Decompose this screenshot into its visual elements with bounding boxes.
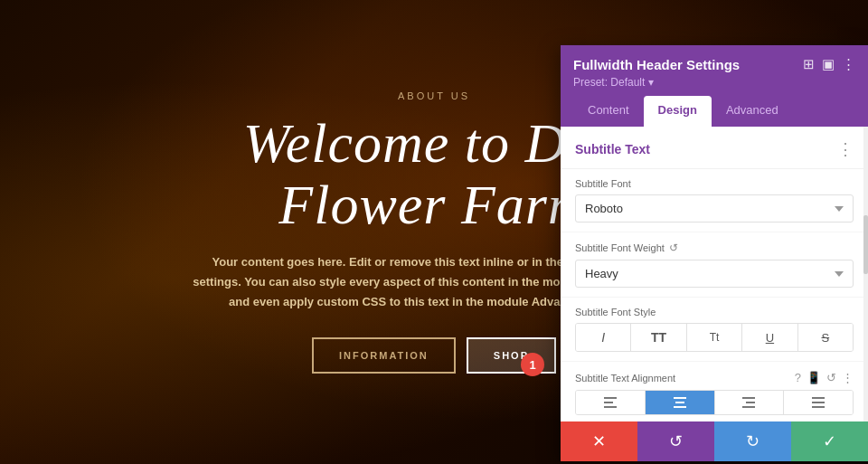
panel-actions: ✕ ↺ ↻ ✓: [561, 421, 868, 461]
panel-header: Fullwidth Header Settings ⊞ ▣ ⋮ Preset: …: [561, 45, 868, 127]
subtitle-font-weight-select[interactable]: Heavy: [575, 260, 854, 288]
align-row-header: Subtitle Text Alignment ? 📱 ↺ ⋮: [575, 371, 854, 384]
align-center-btn[interactable]: [646, 391, 715, 414]
subtitle-text-alignment-group: Subtitle Text Alignment ? 📱 ↺ ⋮: [561, 362, 868, 421]
panel-title: Fullwidth Header Settings: [573, 57, 740, 72]
tab-content[interactable]: Content: [573, 96, 644, 127]
italic-style-btn[interactable]: I: [576, 324, 631, 351]
titlecase-style-btn[interactable]: Tt: [687, 324, 742, 351]
scrollbar-thumb[interactable]: [863, 215, 868, 274]
subtitle-font-label: Subtitle Font: [575, 178, 854, 189]
svg-rect-2: [604, 406, 617, 408]
subtitle-font-style-label: Subtitle Font Style: [575, 307, 854, 317]
style-buttons: I TT Tt U S: [575, 323, 854, 352]
columns-icon[interactable]: ▣: [822, 56, 835, 72]
expand-icon[interactable]: ⊞: [803, 56, 815, 72]
strikethrough-style-btn[interactable]: S: [798, 324, 853, 351]
svg-rect-5: [674, 406, 686, 408]
svg-rect-8: [742, 406, 755, 408]
alignment-more-icon[interactable]: ⋮: [842, 371, 854, 384]
subtitle-font-weight-label: Subtitle Font Weight ↺: [575, 241, 854, 254]
subtitle-font-group: Subtitle Font Roboto: [561, 169, 868, 232]
align-left-btn[interactable]: [576, 391, 646, 414]
svg-rect-10: [812, 402, 825, 403]
panel-tabs: Content Design Advanced: [573, 96, 855, 127]
align-buttons: [575, 390, 854, 415]
underline-style-btn[interactable]: U: [742, 324, 797, 351]
svg-rect-9: [812, 397, 825, 399]
svg-rect-11: [812, 406, 825, 408]
bold-style-btn[interactable]: TT: [631, 324, 686, 351]
align-justify-btn[interactable]: [784, 391, 853, 414]
svg-rect-7: [746, 402, 755, 403]
subtitle-alignment-label: Subtitle Text Alignment: [575, 373, 675, 384]
alignment-responsive-icon[interactable]: 📱: [807, 371, 821, 384]
panel-preset[interactable]: Preset: Default ▾: [573, 76, 855, 89]
settings-panel: Fullwidth Header Settings ⊞ ▣ ⋮ Preset: …: [561, 45, 868, 461]
subtitle-font-weight-group: Subtitle Font Weight ↺ Heavy: [561, 232, 868, 298]
more-icon[interactable]: ⋮: [842, 56, 855, 72]
panel-body: Subtitle Text ⋮ Subtitle Font Roboto Sub…: [561, 127, 868, 421]
panel-title-row: Fullwidth Header Settings ⊞ ▣ ⋮: [573, 56, 855, 72]
svg-rect-0: [604, 397, 617, 399]
reset-button[interactable]: ↺: [637, 421, 714, 461]
section-heading-text: Subtitle Text: [575, 142, 650, 156]
svg-rect-3: [674, 397, 686, 399]
panel-title-icons: ⊞ ▣ ⋮: [803, 56, 855, 72]
alignment-reset-icon[interactable]: ↺: [826, 371, 836, 384]
section-more-icon[interactable]: ⋮: [837, 139, 854, 159]
svg-rect-6: [742, 397, 755, 399]
scrollbar-track: [863, 127, 868, 421]
svg-rect-4: [675, 402, 684, 403]
align-icons-right: ? 📱 ↺ ⋮: [795, 371, 854, 384]
tab-advanced[interactable]: Advanced: [712, 96, 793, 127]
font-weight-reset-icon[interactable]: ↺: [669, 241, 678, 254]
badge-1: 1: [521, 353, 544, 376]
save-button[interactable]: ✓: [791, 421, 868, 461]
alignment-help-icon[interactable]: ?: [795, 371, 801, 384]
align-right-btn[interactable]: [715, 391, 785, 414]
information-button[interactable]: Information: [312, 337, 456, 374]
cancel-button[interactable]: ✕: [561, 421, 637, 461]
section-heading: Subtitle Text ⋮: [561, 127, 868, 169]
svg-rect-1: [604, 402, 613, 403]
subtitle-font-style-group: Subtitle Font Style I TT Tt U S: [561, 298, 868, 362]
subtitle-font-select[interactable]: Roboto: [575, 194, 854, 223]
tab-design[interactable]: Design: [644, 96, 712, 127]
redo-button[interactable]: ↻: [714, 421, 791, 461]
